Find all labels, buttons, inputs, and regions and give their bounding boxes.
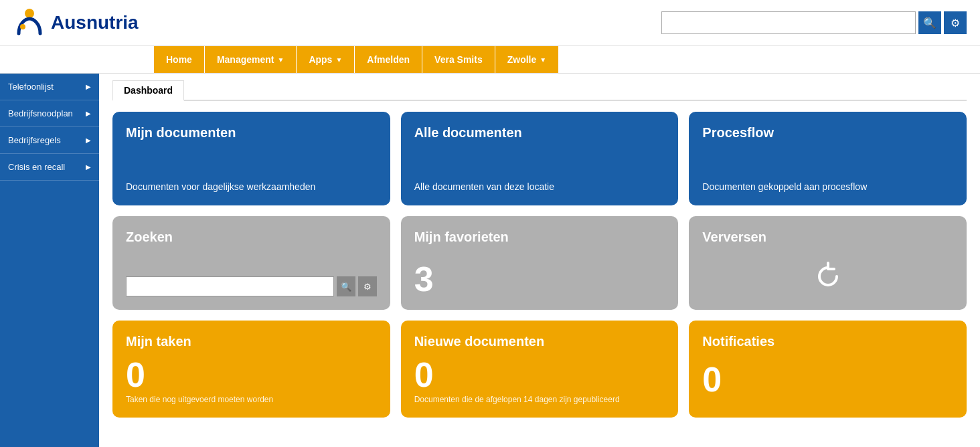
search-icon: 🔍 <box>341 282 351 292</box>
card-title-zoeken: Zoeken <box>126 230 377 245</box>
nav-item-home[interactable]: Home <box>154 46 205 73</box>
logo-text: Ausnutria <box>51 12 139 33</box>
chevron-down-icon: ▼ <box>540 56 546 64</box>
header: Ausnutria 🔍 ⚙ <box>0 0 980 46</box>
chevron-right-icon: ▶ <box>86 137 91 144</box>
nav-label-home: Home <box>166 54 192 65</box>
card-procesflow[interactable]: Procesflow Documenten gekoppeld aan proc… <box>689 112 967 205</box>
search-icon: 🔍 <box>923 17 936 29</box>
card-mijn-documenten[interactable]: Mijn documenten Documenten voor dagelijk… <box>112 112 390 205</box>
card-search-input[interactable] <box>126 276 334 296</box>
card-title-mijn-documenten: Mijn documenten <box>126 125 377 141</box>
header-search-input[interactable] <box>661 11 916 34</box>
dashboard-grid: Mijn documenten Documenten voor dagelijk… <box>112 112 967 418</box>
card-title-nieuwe-documenten: Nieuwe documenten <box>414 334 665 349</box>
nav-item-apps[interactable]: Apps ▼ <box>297 46 355 73</box>
chevron-down-icon: ▼ <box>335 56 342 64</box>
nav-item-vera-smits[interactable]: Vera Smits <box>422 46 495 73</box>
card-title-mijn-taken: Mijn taken <box>126 334 377 349</box>
nav-label-vera-smits: Vera Smits <box>434 54 483 65</box>
logo-icon <box>13 7 46 39</box>
card-mijn-favorieten[interactable]: Mijn favorieten 3 <box>401 216 679 310</box>
nav-label-afmelden: Afmelden <box>367 54 410 65</box>
card-subtitle-alle-documenten: Alle documenten van deze locatie <box>414 181 665 192</box>
sidebar-item-bedrijfsnoodplan[interactable]: Bedrijfsnoodplan ▶ <box>0 100 99 127</box>
card-subtitle-nieuwe-documenten: Documenten die de afgelopen 14 dagen zij… <box>414 395 665 404</box>
navbar: Home Management ▼ Apps ▼ Afmelden Vera S… <box>0 46 980 74</box>
refresh-icon <box>702 256 953 296</box>
logo-area: Ausnutria <box>13 7 139 39</box>
nav-label-apps: Apps <box>309 54 332 65</box>
sidebar-label-telefoonlijst: Telefoonlijst <box>8 82 54 92</box>
card-nieuwe-documenten[interactable]: Nieuwe documenten 0 Documenten die de af… <box>401 321 679 418</box>
card-title-notificaties: Notificaties <box>702 334 953 349</box>
sidebar-label-crisis-en-recall: Crisis en recall <box>8 162 65 172</box>
header-search-button[interactable]: 🔍 <box>918 11 941 34</box>
card-search-settings-button[interactable]: ⚙ <box>358 276 377 296</box>
tab-bar: Dashboard <box>112 80 967 101</box>
card-alle-documenten[interactable]: Alle documenten Alle documenten van deze… <box>401 112 679 205</box>
card-title-mijn-favorieten: Mijn favorieten <box>414 230 665 245</box>
card-notificaties[interactable]: Notificaties 0 <box>689 321 967 418</box>
gear-icon: ⚙ <box>951 17 960 29</box>
header-settings-button[interactable]: ⚙ <box>944 11 967 34</box>
nav-label-zwolle: Zwolle <box>507 54 537 65</box>
nav-item-zwolle[interactable]: Zwolle ▼ <box>495 46 559 73</box>
card-search-button[interactable]: 🔍 <box>337 276 355 296</box>
card-number-notificaties: 0 <box>702 359 953 399</box>
card-number-mijn-favorieten: 3 <box>414 262 665 296</box>
nav-label-management: Management <box>217 54 274 65</box>
nav-item-management[interactable]: Management ▼ <box>205 46 297 73</box>
card-title-alle-documenten: Alle documenten <box>414 125 665 141</box>
tab-label-dashboard: Dashboard <box>124 85 173 96</box>
sidebar-label-bedrijfsregels: Bedrijfsregels <box>8 135 61 145</box>
card-subtitle-mijn-documenten: Documenten voor dagelijkse werkzaamheden <box>126 181 377 192</box>
card-search-area: 🔍 ⚙ <box>126 268 377 296</box>
card-mijn-taken[interactable]: Mijn taken 0 Taken die nog uitgevoerd mo… <box>112 321 390 418</box>
gear-icon: ⚙ <box>363 282 372 292</box>
sidebar: Telefoonlijst ▶ Bedrijfsnoodplan ▶ Bedri… <box>0 74 99 447</box>
card-subtitle-procesflow: Documenten gekoppeld aan procesflow <box>702 181 953 192</box>
card-title-verversen: Verversen <box>702 230 953 245</box>
svg-point-0 <box>25 9 34 18</box>
card-verversen[interactable]: Verversen <box>689 216 967 310</box>
sidebar-item-crisis-en-recall[interactable]: Crisis en recall ▶ <box>0 154 99 181</box>
chevron-right-icon: ▶ <box>86 110 91 117</box>
card-number-mijn-taken: 0 <box>126 355 377 395</box>
tab-dashboard[interactable]: Dashboard <box>112 80 184 101</box>
sidebar-item-telefoonlijst[interactable]: Telefoonlijst ▶ <box>0 74 99 100</box>
card-search-row: 🔍 ⚙ <box>126 276 377 296</box>
main-content: Dashboard Mijn documenten Documenten voo… <box>99 74 980 447</box>
card-subtitle-mijn-taken: Taken die nog uitgevoerd moeten worden <box>126 395 377 404</box>
sidebar-item-bedrijfsregels[interactable]: Bedrijfsregels ▶ <box>0 127 99 154</box>
header-right: 🔍 ⚙ <box>661 11 967 34</box>
chevron-down-icon: ▼ <box>277 56 284 64</box>
svg-point-1 <box>20 24 25 29</box>
layout: Telefoonlijst ▶ Bedrijfsnoodplan ▶ Bedri… <box>0 74 980 447</box>
chevron-right-icon: ▶ <box>86 163 91 171</box>
nav-item-afmelden[interactable]: Afmelden <box>355 46 422 73</box>
card-number-nieuwe-documenten: 0 <box>414 355 665 395</box>
card-zoeken[interactable]: Zoeken 🔍 ⚙ <box>112 216 390 310</box>
sidebar-label-bedrijfsnoodplan: Bedrijfsnoodplan <box>8 108 73 118</box>
chevron-right-icon: ▶ <box>86 83 91 90</box>
card-title-procesflow: Procesflow <box>702 125 953 141</box>
